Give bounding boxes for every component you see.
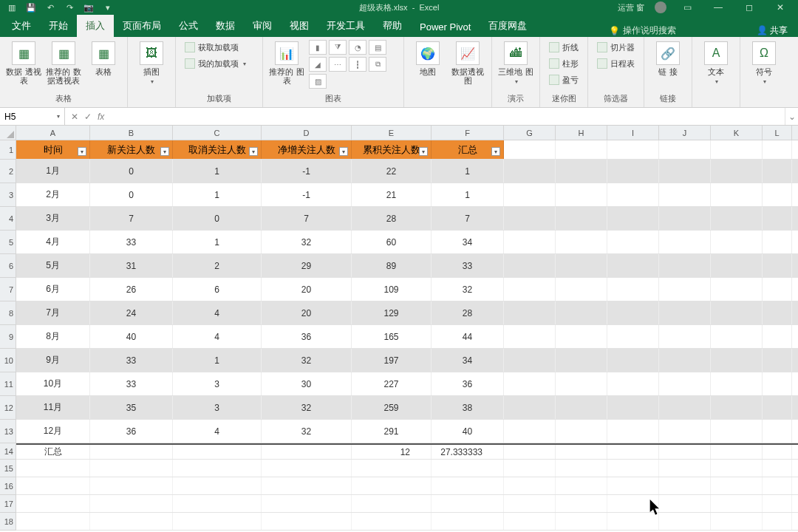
cell[interactable]: [504, 477, 556, 494]
get-addins-button[interactable]: 获取加载项: [182, 40, 249, 55]
cell[interactable]: [711, 301, 763, 324]
cell[interactable]: [607, 140, 659, 159]
cell[interactable]: 36: [90, 420, 173, 443]
cell[interactable]: 8月: [16, 325, 90, 348]
cell[interactable]: [659, 207, 711, 230]
cell[interactable]: 24: [90, 301, 173, 324]
illustrations-button[interactable]: 🖼插图▾: [134, 40, 169, 85]
cell[interactable]: [711, 231, 763, 253]
cell[interactable]: [90, 445, 173, 459]
cell[interactable]: [607, 160, 659, 183]
cell[interactable]: 7: [262, 207, 352, 230]
camera-icon[interactable]: 📷: [81, 1, 96, 13]
tab-Power Pivot[interactable]: Power Pivot: [411, 17, 480, 37]
cell[interactable]: 1: [432, 160, 504, 183]
qat-more-icon[interactable]: ▾: [100, 1, 115, 13]
cell[interactable]: 32: [262, 420, 352, 443]
cell[interactable]: [763, 183, 792, 206]
undo-icon[interactable]: ↶: [43, 1, 58, 13]
cell[interactable]: [504, 278, 556, 301]
cell[interactable]: 165: [352, 325, 432, 348]
cell[interactable]: [556, 445, 607, 459]
row-header[interactable]: 3: [0, 183, 16, 207]
cell[interactable]: 4: [173, 301, 262, 324]
cell[interactable]: [711, 477, 763, 494]
cell[interactable]: [763, 207, 792, 230]
fx-icon[interactable]: fx: [98, 112, 104, 122]
cell[interactable]: [607, 349, 659, 372]
cell[interactable]: [659, 513, 711, 530]
recommended-charts-button[interactable]: 📊推荐的 图表: [269, 40, 304, 85]
cell[interactable]: [711, 495, 763, 512]
cell[interactable]: 3: [173, 372, 262, 395]
cell[interactable]: [763, 254, 792, 277]
cell[interactable]: [607, 460, 659, 477]
cell[interactable]: [763, 445, 792, 459]
cell[interactable]: 汇总▾: [432, 140, 504, 159]
cell[interactable]: 1: [173, 349, 262, 372]
cell[interactable]: 33: [90, 349, 173, 372]
column-header[interactable]: L: [763, 126, 792, 140]
cell[interactable]: 9月: [16, 349, 90, 372]
cell[interactable]: 38: [432, 396, 504, 419]
cell[interactable]: [711, 460, 763, 477]
cell[interactable]: [556, 160, 607, 183]
cell[interactable]: [556, 349, 607, 372]
cell[interactable]: [262, 495, 352, 512]
cell[interactable]: 32: [262, 349, 352, 372]
cell[interactable]: [711, 254, 763, 277]
column-header[interactable]: I: [607, 126, 659, 140]
cell[interactable]: [504, 460, 556, 477]
cancel-formula-icon[interactable]: ✕: [71, 112, 78, 122]
text-button[interactable]: A文本▾: [698, 40, 734, 85]
cell[interactable]: 1: [173, 183, 262, 206]
timeline-button[interactable]: 日程表: [594, 56, 638, 71]
cell[interactable]: 2: [173, 254, 262, 277]
cell[interactable]: 1: [173, 231, 262, 253]
cell[interactable]: [556, 207, 607, 230]
cell[interactable]: [556, 183, 607, 206]
cell[interactable]: [352, 477, 432, 494]
column-header[interactable]: D: [262, 126, 352, 140]
cell[interactable]: 5月: [16, 254, 90, 277]
tab-文件[interactable]: 文件: [3, 15, 40, 37]
chart-gallery[interactable]: ▮⧩◔ ▤◢⋯ ┇⧉▨: [309, 40, 398, 89]
column-header[interactable]: F: [432, 126, 504, 140]
cell[interactable]: 89: [352, 254, 432, 277]
share-button[interactable]: 👤 共享: [749, 24, 795, 37]
row-header[interactable]: 11: [0, 372, 16, 396]
cell[interactable]: [262, 460, 352, 477]
close-icon[interactable]: ✕: [770, 2, 791, 13]
column-header[interactable]: H: [556, 126, 607, 140]
row-header[interactable]: 5: [0, 231, 16, 254]
cell[interactable]: [173, 445, 262, 459]
cell[interactable]: [763, 460, 792, 477]
cell[interactable]: 0: [90, 160, 173, 183]
3dmap-button[interactable]: 🏙三维地 图▾: [498, 40, 533, 85]
row-header[interactable]: 7: [0, 278, 16, 301]
cell[interactable]: 2月: [16, 183, 90, 206]
cell[interactable]: [90, 477, 173, 494]
cell[interactable]: [556, 231, 607, 253]
my-addins-button[interactable]: 我的加载项▾: [182, 56, 249, 71]
cell[interactable]: [763, 160, 792, 183]
cell[interactable]: 4月: [16, 231, 90, 253]
cell[interactable]: [504, 445, 556, 459]
cell[interactable]: [659, 477, 711, 494]
cell[interactable]: [711, 325, 763, 348]
cell[interactable]: [90, 513, 173, 530]
row-header[interactable]: 9: [0, 325, 16, 349]
pivotchart-button[interactable]: 📈数据透视图: [450, 40, 485, 85]
cell[interactable]: 时间▾: [16, 140, 90, 159]
save-icon[interactable]: 💾: [24, 1, 38, 13]
cell[interactable]: [173, 460, 262, 477]
filter-dropdown-icon[interactable]: ▾: [491, 147, 500, 156]
cell[interactable]: 26: [90, 278, 173, 301]
row-header[interactable]: 16: [0, 477, 16, 495]
cell[interactable]: [504, 420, 556, 443]
cell[interactable]: 34: [432, 231, 504, 253]
name-box[interactable]: H5▾: [0, 108, 65, 125]
cell[interactable]: [659, 460, 711, 477]
cell[interactable]: [607, 183, 659, 206]
row-header[interactable]: 18: [0, 513, 16, 531]
